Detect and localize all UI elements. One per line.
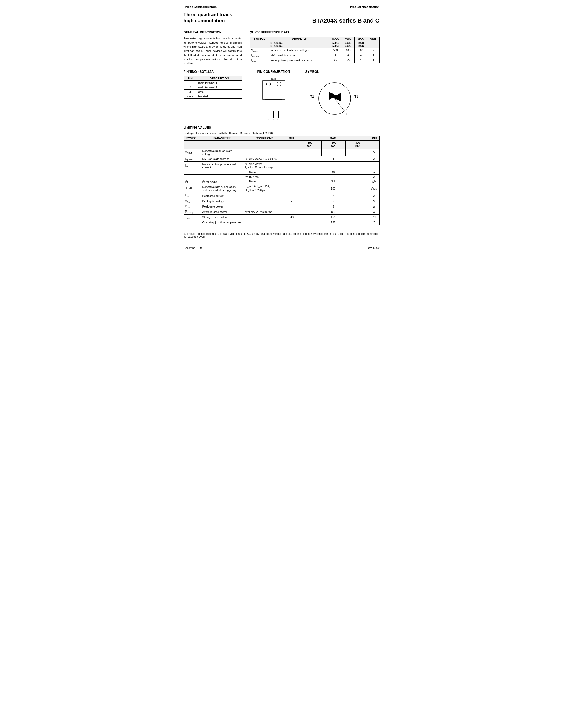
qr-subheader-empty xyxy=(250,41,269,48)
lim-dit-param: Repetitive rate of rise of on-state curr… xyxy=(201,184,243,193)
lim-pgm-sym: PGM xyxy=(183,204,201,209)
lim-i2t-max: 3.1 xyxy=(298,179,369,184)
header-bar: Philips Semiconductors Product specifica… xyxy=(183,5,380,8)
lim-vgm-unit: V xyxy=(369,199,380,204)
pin-config-title: PIN CONFIGURATION xyxy=(247,70,300,74)
lim-tj-min: - xyxy=(286,220,298,225)
lim-header-min: MIN. xyxy=(286,136,298,141)
qr-itsm-800: 25 xyxy=(355,58,367,63)
footer-note-text: 1 Although not recommended, off-state vo… xyxy=(183,232,380,238)
pin-desc-2: main terminal 2 xyxy=(197,85,241,90)
svg-rect-1 xyxy=(262,81,285,99)
lim-header-max: MAX. xyxy=(298,136,369,141)
lim-row-167ms: t = 16.7 ms - 27 A xyxy=(183,174,380,179)
lim-itsm-sym: ITSM xyxy=(183,161,201,170)
lim-row-itrms: IT(RMS) RMS on-state current full sine w… xyxy=(183,156,380,161)
symbol-col: SYMBOL T2 T1 G xyxy=(306,70,380,122)
qr-subheader-500: 500B500C xyxy=(329,41,342,48)
lim-sub-min xyxy=(286,141,298,149)
svg-text:3: 3 xyxy=(277,118,278,121)
lim-20ms-param xyxy=(201,170,243,174)
lim-pgav-cond: over any 20 ms period xyxy=(243,209,286,214)
qr-header-max1: MAX. xyxy=(329,37,342,41)
lim-sub-cond xyxy=(243,141,286,149)
pin-config-col: PIN CONFIGURATION case 1 2 3 xyxy=(247,70,300,122)
lim-pgav-unit: W xyxy=(369,209,380,214)
qr-vdrm-600: 600 xyxy=(342,48,355,53)
footer-date: December 1998 xyxy=(183,246,203,249)
pinning-table: PIN DESCRIPTION 1 main terminal 1 2 main… xyxy=(183,76,242,99)
qr-subheader-unit-empty xyxy=(367,41,380,48)
svg-text:case: case xyxy=(271,78,276,80)
qr-row-itsm: ITSM Non-repetitive peak on-state curren… xyxy=(250,58,380,63)
page-footer: December 1998 1 Rev 1.000 xyxy=(183,246,380,249)
lim-itsm-cond: full sine wave;Ti = 25 °C prior to surge xyxy=(243,161,286,170)
lim-sub-max500: -5005001 xyxy=(298,141,322,149)
lim-pgm-max: 5 xyxy=(298,204,369,209)
lim-tj-param: Operating junction temperature xyxy=(201,220,243,225)
qr-header-parameter: PARAMETER xyxy=(269,37,329,41)
lim-tj-cond xyxy=(243,220,286,225)
lim-sub-max800: -800800 xyxy=(346,141,369,149)
quick-ref-title: QUICK REFERENCE DATA xyxy=(250,30,380,35)
limiting-table: SYMBOL PARAMETER CONDITIONS MIN. MAX. UN… xyxy=(183,136,380,225)
qr-header-symbol: SYMBOL xyxy=(250,37,269,41)
title-left: Three quadrant triacs high commutation xyxy=(183,12,232,24)
general-desc-text: Passivated high commutation triacs in a … xyxy=(183,37,242,66)
lim-igm-sym: IGM xyxy=(183,193,201,199)
qr-itsm-sym: ITSM xyxy=(250,58,269,63)
title-line2: high commutation xyxy=(183,18,232,24)
lim-row-pgm: PGM Peak gate power - 5 W xyxy=(183,204,380,209)
qr-itrms-600: 4 xyxy=(342,53,355,58)
pin-row-3: 3 gate xyxy=(183,90,241,94)
lim-dit-cond: ITM = 6 A; IG = 0.2 A;dIG/dt = 0.2 A/μs xyxy=(243,184,286,193)
lim-tstg-max: 150 xyxy=(298,214,369,220)
pin-desc-3: gate xyxy=(197,90,241,94)
qr-itsm-500: 25 xyxy=(329,58,342,63)
lim-20ms-cond: t = 20 ms xyxy=(243,170,286,174)
pin-desc-case: isolated xyxy=(197,94,241,99)
svg-rect-4 xyxy=(265,99,282,111)
footer-page: 1 xyxy=(284,246,286,249)
qr-vdrm-param: Repetitive peak off-state voltages xyxy=(269,48,329,53)
lim-dit-max: 100 xyxy=(298,184,369,193)
pin-num-1: 1 xyxy=(183,81,197,85)
lim-tj-max: 125 xyxy=(298,220,369,225)
title-section: Three quadrant triacs high commutation B… xyxy=(183,10,380,26)
pin-num-3: 3 xyxy=(183,90,197,94)
lim-tstg-param: Storage temperature xyxy=(201,214,243,220)
lim-dit-unit: A/μs xyxy=(369,184,380,193)
lim-tj-sym: Tj xyxy=(183,220,201,225)
pin-header-desc: DESCRIPTION xyxy=(197,76,241,81)
lim-tj-unit: °C xyxy=(369,220,380,225)
lim-itrms-unit: A xyxy=(369,156,380,161)
svg-text:T2: T2 xyxy=(310,95,314,98)
lim-row-vgm: VGM Peak gate voltage - 5 V xyxy=(183,199,380,204)
footer-revision: Rev 1.000 xyxy=(367,246,380,249)
pin-row-2: 2 main terminal 2 xyxy=(183,85,241,90)
qr-subheader-800: 800B800C xyxy=(355,41,367,48)
title-right: BTA204X series B and C xyxy=(313,17,380,24)
svg-text:2: 2 xyxy=(272,118,274,121)
lim-vgm-max: 5 xyxy=(298,199,369,204)
lim-header-symbol: SYMBOL xyxy=(183,136,201,141)
qr-row-itrms: IT(RMS) RMS on-state current 4 4 4 A xyxy=(250,53,380,58)
lim-row-20ms: t = 20 ms - 25 A xyxy=(183,170,380,174)
pin-row-case: case isolated xyxy=(183,94,241,99)
pin-config-svg: case 1 2 3 xyxy=(255,76,292,121)
qr-subheader-600: 600B600C xyxy=(342,41,355,48)
lim-igm-cond xyxy=(243,193,286,199)
lim-itsm-param: Non-repetitive peak on-state current xyxy=(201,161,243,170)
title-line1: Three quadrant triacs xyxy=(183,12,232,18)
lim-itrms-param: RMS on-state current xyxy=(201,156,243,161)
qr-itrms-param: RMS on-state current xyxy=(269,53,329,58)
company-name: Philips Semiconductors xyxy=(183,5,217,8)
lim-row-dit: dIT/dt Repetitive rate of rise of on-sta… xyxy=(183,184,380,193)
qr-itrms-unit: A xyxy=(367,53,380,58)
qr-header-max3: MAX. xyxy=(355,37,367,41)
lim-vdrm-unit: V xyxy=(369,149,380,156)
general-description-col: GENERAL DESCRIPTION Passivated high comm… xyxy=(183,30,242,66)
lim-row-i2t: I2t I2t for fusing t = 10 ms - 3.1 A2s xyxy=(183,179,380,184)
lim-20ms-min: - xyxy=(286,170,298,174)
lim-vdrm-min: - xyxy=(286,149,298,156)
